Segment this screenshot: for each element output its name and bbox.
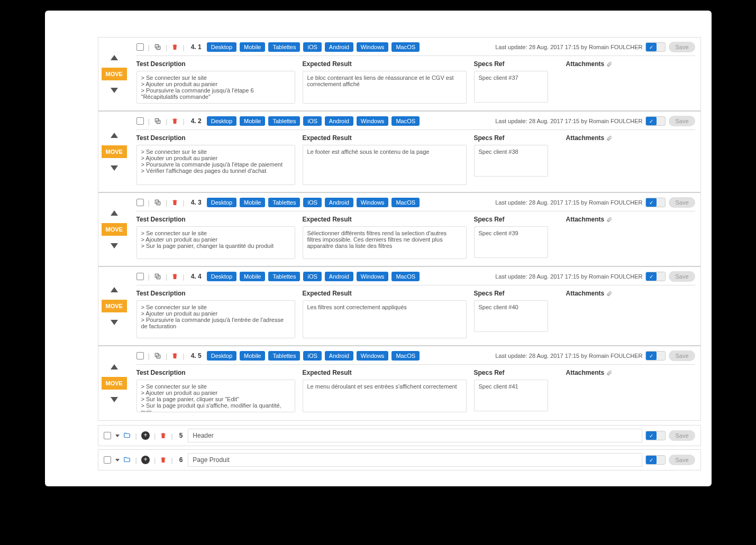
trash-icon[interactable] — [171, 273, 178, 280]
tag-ios[interactable]: iOS — [303, 198, 321, 207]
move-up-button[interactable] — [111, 364, 118, 370]
active-toggle[interactable] — [645, 455, 666, 465]
test-description-input[interactable] — [136, 300, 295, 338]
select-checkbox[interactable] — [104, 456, 111, 464]
trash-icon[interactable] — [171, 43, 178, 51]
copy-icon[interactable] — [154, 117, 161, 125]
move-button[interactable]: MOVE — [102, 300, 127, 312]
save-button[interactable]: Save — [669, 350, 695, 361]
move-button[interactable]: MOVE — [102, 68, 127, 80]
tag-mobile[interactable]: Mobile — [240, 351, 265, 361]
trash-icon[interactable] — [160, 432, 167, 439]
specs-ref-input[interactable] — [474, 71, 548, 103]
move-button[interactable]: MOVE — [102, 145, 127, 158]
tag-windows[interactable]: Windows — [357, 272, 389, 281]
move-down-button[interactable] — [111, 397, 118, 402]
tag-mobile[interactable]: Mobile — [240, 116, 265, 126]
tag-android[interactable]: Android — [325, 42, 353, 52]
expected-result-input[interactable] — [303, 71, 467, 104]
move-down-button[interactable] — [111, 165, 118, 171]
expected-result-input[interactable] — [303, 300, 467, 338]
tag-ios[interactable]: iOS — [303, 116, 321, 126]
section-title-input[interactable] — [188, 453, 642, 467]
tag-tablettes[interactable]: Tablettes — [268, 272, 300, 281]
trash-icon[interactable] — [171, 352, 178, 359]
tag-mobile[interactable]: Mobile — [240, 42, 265, 52]
tag-desktop[interactable]: Desktop — [207, 198, 236, 207]
tag-tablettes[interactable]: Tablettes — [268, 351, 300, 361]
test-description-input[interactable] — [136, 226, 295, 259]
save-button[interactable]: Save — [669, 116, 695, 126]
specs-ref-input[interactable] — [474, 145, 548, 177]
paperclip-icon[interactable] — [606, 61, 612, 68]
tag-ios[interactable]: iOS — [303, 272, 321, 281]
add-icon[interactable] — [141, 456, 150, 464]
active-toggle[interactable] — [645, 272, 666, 281]
trash-icon[interactable] — [160, 456, 167, 464]
move-button[interactable]: MOVE — [102, 223, 127, 236]
chevron-down-icon[interactable] — [115, 459, 120, 461]
tag-desktop[interactable]: Desktop — [207, 42, 236, 52]
tag-android[interactable]: Android — [325, 198, 353, 207]
active-toggle[interactable] — [645, 431, 666, 440]
tag-mobile[interactable]: Mobile — [240, 272, 265, 281]
save-button[interactable]: Save — [669, 455, 695, 465]
chevron-down-icon[interactable] — [115, 435, 120, 437]
tag-tablettes[interactable]: Tablettes — [268, 198, 300, 207]
folder-icon[interactable] — [123, 456, 131, 464]
copy-icon[interactable] — [154, 273, 161, 280]
move-up-button[interactable] — [111, 210, 118, 216]
save-button[interactable]: Save — [669, 197, 695, 208]
tag-macos[interactable]: MacOS — [391, 116, 420, 126]
paperclip-icon[interactable] — [606, 216, 612, 223]
tag-ios[interactable]: iOS — [303, 351, 321, 361]
tag-android[interactable]: Android — [325, 116, 353, 126]
specs-ref-input[interactable] — [474, 300, 548, 332]
test-description-input[interactable] — [136, 380, 295, 412]
select-checkbox[interactable] — [136, 199, 144, 206]
trash-icon[interactable] — [171, 199, 178, 206]
paperclip-icon[interactable] — [606, 370, 612, 376]
move-button[interactable]: MOVE — [102, 377, 127, 390]
save-button[interactable]: Save — [669, 271, 695, 282]
move-up-button[interactable] — [111, 133, 118, 138]
specs-ref-input[interactable] — [474, 380, 548, 411]
copy-icon[interactable] — [154, 199, 161, 206]
tag-windows[interactable]: Windows — [357, 351, 389, 361]
add-icon[interactable] — [141, 431, 150, 440]
paperclip-icon[interactable] — [606, 290, 612, 297]
active-toggle[interactable] — [645, 198, 666, 207]
tag-desktop[interactable]: Desktop — [207, 351, 236, 361]
active-toggle[interactable] — [645, 351, 666, 361]
select-checkbox[interactable] — [104, 432, 111, 439]
tag-windows[interactable]: Windows — [357, 198, 389, 207]
tag-tablettes[interactable]: Tablettes — [268, 116, 300, 126]
tag-macos[interactable]: MacOS — [391, 198, 420, 207]
save-button[interactable]: Save — [669, 430, 695, 441]
tag-mobile[interactable]: Mobile — [240, 198, 265, 207]
tag-desktop[interactable]: Desktop — [207, 272, 236, 281]
tag-macos[interactable]: MacOS — [391, 351, 420, 361]
move-down-button[interactable] — [111, 88, 118, 93]
tag-tablettes[interactable]: Tablettes — [268, 42, 300, 52]
expected-result-input[interactable] — [303, 226, 467, 259]
section-title-input[interactable] — [188, 429, 642, 442]
tag-android[interactable]: Android — [325, 272, 353, 281]
expected-result-input[interactable] — [303, 380, 467, 412]
tag-windows[interactable]: Windows — [357, 42, 389, 52]
active-toggle[interactable] — [645, 116, 666, 126]
select-checkbox[interactable] — [136, 352, 144, 359]
move-up-button[interactable] — [111, 287, 118, 292]
tag-macos[interactable]: MacOS — [391, 272, 420, 281]
folder-icon[interactable] — [123, 432, 131, 439]
tag-macos[interactable]: MacOS — [391, 42, 420, 52]
copy-icon[interactable] — [154, 352, 161, 359]
active-toggle[interactable] — [645, 42, 666, 52]
tag-desktop[interactable]: Desktop — [207, 116, 236, 126]
copy-icon[interactable] — [154, 43, 161, 51]
move-down-button[interactable] — [111, 320, 118, 325]
save-button[interactable]: Save — [669, 42, 695, 52]
expected-result-input[interactable] — [303, 145, 467, 185]
test-description-input[interactable] — [136, 145, 295, 185]
tag-windows[interactable]: Windows — [357, 116, 389, 126]
